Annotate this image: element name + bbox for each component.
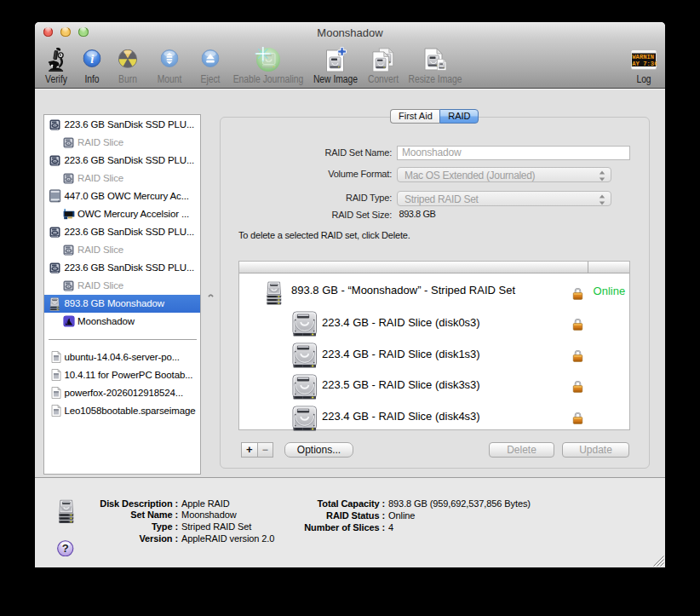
svg-text:?: ? bbox=[62, 542, 69, 555]
svg-text:AY 7:36: AY 7:36 bbox=[632, 60, 657, 67]
svg-text:i: i bbox=[90, 52, 94, 66]
